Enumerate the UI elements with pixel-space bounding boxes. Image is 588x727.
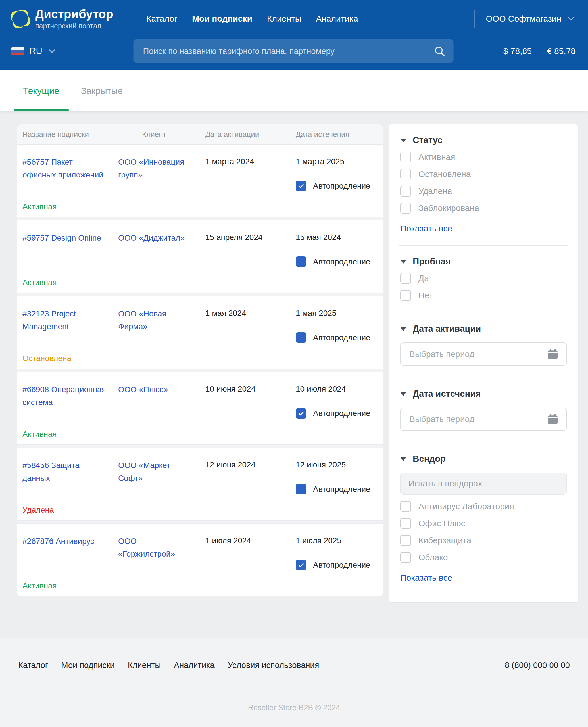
checkbox[interactable]	[400, 501, 411, 512]
footer-link[interactable]: Аналитика	[174, 661, 215, 670]
client-link[interactable]: ООО «Плюс»	[118, 383, 168, 396]
calendar-icon[interactable]	[546, 413, 559, 426]
client-link[interactable]: ООО «Диджитал»	[118, 232, 185, 244]
client-link[interactable]: ООО «Маркет Софт»	[118, 459, 191, 485]
footer-link[interactable]: Каталог	[18, 661, 48, 670]
search-input[interactable]	[143, 47, 434, 56]
filter-option[interactable]: Активная	[400, 152, 567, 163]
table-row: #56757 Пакет офисных приложений Активная…	[17, 145, 383, 217]
checkbox[interactable]	[400, 169, 411, 179]
expiry-period-input[interactable]	[409, 414, 546, 424]
calendar-icon[interactable]	[546, 348, 559, 361]
subscription-link[interactable]: #59757 Design Online	[22, 232, 101, 244]
autorenew-checkbox[interactable]	[296, 256, 306, 267]
vendor-search-input[interactable]	[408, 479, 559, 489]
filter-option-label: Удалена	[418, 186, 452, 196]
checkbox[interactable]	[400, 203, 411, 214]
filter-option-label: Облако	[418, 553, 448, 562]
filter-section-header[interactable]: Пробная	[400, 256, 567, 267]
nav-item[interactable]: Аналитика	[316, 14, 358, 24]
expiry-date: 1 мая 2025	[296, 307, 374, 319]
subscription-link[interactable]: #32123 Project Management	[22, 307, 108, 333]
show-all-link[interactable]: Показать все	[400, 573, 452, 583]
checkbox[interactable]	[400, 152, 411, 163]
autorenew-label: Автопродление	[313, 485, 371, 494]
subscription-link[interactable]: #66908 Операционная система	[22, 383, 108, 409]
collapse-triangle-icon	[400, 392, 406, 396]
filter-option[interactable]: Облако	[400, 552, 567, 563]
checkbox[interactable]	[400, 535, 411, 546]
filter-option-label: Активная	[418, 152, 455, 162]
activation-date: 15 апреля 2024	[205, 232, 296, 243]
checkbox[interactable]	[400, 518, 411, 529]
footer-link[interactable]: Клиенты	[128, 661, 161, 670]
checkbox[interactable]	[400, 186, 411, 196]
filter-option[interactable]: Заблокирована	[400, 203, 567, 214]
status-badge: Активная	[22, 202, 57, 211]
client-link[interactable]: ООО «Новая Фирма»	[118, 307, 191, 333]
main-content: Название подписки Клиент Дата активации …	[0, 111, 588, 638]
filter-section-header[interactable]: Статус	[400, 135, 567, 145]
filter-option[interactable]: Антивирус Лаборатория	[400, 501, 567, 512]
checkbox[interactable]	[400, 290, 411, 301]
company-selector[interactable]: ООО Софтмагазин	[475, 10, 575, 27]
autorenew-label: Автопродление	[313, 561, 371, 570]
filter-option-label: Киберзащита	[418, 536, 471, 545]
filter-section-header[interactable]: Дата истечения	[400, 389, 567, 399]
search-icon[interactable]	[434, 45, 446, 57]
table-row: #59757 Design Online Активная ООО «Диджи…	[17, 220, 383, 293]
client-link[interactable]: ООО «Инновация групп»	[118, 156, 191, 181]
activation-period-input[interactable]	[409, 349, 546, 359]
table-header: Название подписки Клиент Дата активации …	[17, 124, 383, 145]
filter-option[interactable]: Удалена	[400, 186, 567, 196]
trial-options: Да Нет	[400, 273, 567, 301]
autorenew-checkbox[interactable]	[296, 560, 306, 570]
nav-item[interactable]: Каталог	[146, 14, 177, 24]
filter-option[interactable]: Киберзащита	[400, 535, 567, 546]
subscription-link[interactable]: #56757 Пакет офисных приложений	[22, 156, 108, 181]
vendor-search-field	[400, 473, 567, 495]
tab[interactable]: Закрытые	[71, 70, 132, 111]
status-badge: Удалена	[22, 506, 54, 515]
status-badge: Активная	[22, 430, 57, 439]
activation-date: 1 мая 2024	[205, 307, 296, 319]
filter-title: Дата активации	[413, 324, 481, 334]
checkbox[interactable]	[400, 552, 411, 563]
filter-section-vendor: Вендор Антивирус Лаборатория Офис Плюс К…	[389, 443, 578, 595]
flag-ru-icon	[12, 47, 24, 56]
footer-link[interactable]: Условия использования	[228, 661, 319, 670]
filter-option-label: Офис Плюс	[418, 518, 465, 528]
language-selector[interactable]: RU	[12, 46, 57, 56]
filter-option[interactable]: Остановлена	[400, 169, 567, 179]
tab[interactable]: Текущие	[14, 70, 69, 111]
filter-section-trial: Пробная Да Нет	[389, 245, 578, 313]
autorenew-checkbox[interactable]	[296, 408, 306, 419]
nav-item[interactable]: Клиенты	[267, 14, 301, 24]
filter-option[interactable]: Офис Плюс	[400, 518, 567, 529]
divider	[399, 595, 568, 595]
collapse-triangle-icon	[400, 138, 406, 142]
subscription-link[interactable]: #58456 Защита данных	[22, 459, 108, 485]
filter-section-header[interactable]: Дата активации	[400, 324, 567, 334]
filter-option[interactable]: Нет	[400, 290, 567, 301]
autorenew-checkbox[interactable]	[296, 332, 306, 343]
client-link[interactable]: ООО «Горжилстрой»	[118, 535, 191, 561]
chevron-down-icon	[47, 47, 57, 56]
filter-section-header[interactable]: Вендор	[400, 454, 567, 464]
show-all-link[interactable]: Показать все	[400, 224, 452, 233]
filter-option[interactable]: Да	[400, 273, 567, 284]
filter-option-label: Заблокирована	[418, 203, 479, 213]
autorenew-checkbox[interactable]	[296, 484, 306, 494]
subscription-link[interactable]: #267876 Антивирус	[22, 535, 94, 548]
status-badge: Активная	[22, 278, 57, 287]
row-separator	[17, 217, 383, 220]
table-row: #32123 Project Management Остановлена ОО…	[17, 296, 383, 369]
filter-section-activation-date: Дата активации	[389, 313, 578, 378]
column-header-name: Название подписки	[22, 130, 118, 139]
logo[interactable]: Дистрибутор партнерский портал	[12, 7, 113, 30]
checkbox[interactable]	[400, 273, 411, 284]
footer-link[interactable]: Мои подписки	[61, 661, 114, 670]
autorenew-checkbox[interactable]	[296, 180, 306, 191]
expiry-period-field	[400, 407, 567, 431]
nav-item[interactable]: Мои подписки	[192, 14, 252, 24]
